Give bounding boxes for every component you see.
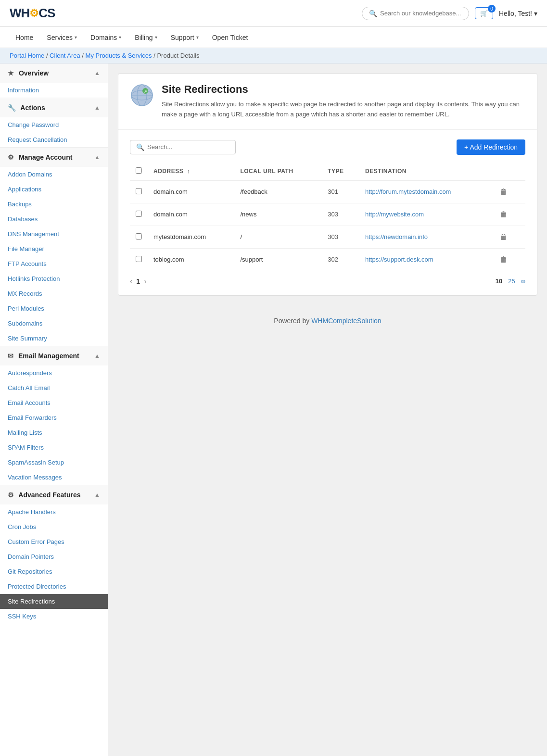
sidebar-item-protected-directories[interactable]: Protected Directories	[0, 579, 108, 594]
table-header-actions	[491, 163, 525, 180]
sidebar-item-mailing-lists[interactable]: Mailing Lists	[0, 425, 108, 440]
sidebar-item-databases[interactable]: Databases	[0, 212, 108, 227]
row-delete[interactable]: 🗑	[491, 180, 525, 203]
gear-icon: ⚙	[8, 153, 14, 161]
nav-domains[interactable]: Domains ▾	[85, 29, 127, 46]
row-checkbox[interactable]	[130, 180, 148, 203]
sidebar-item-spam-filters[interactable]: SPAM Filters	[0, 440, 108, 455]
sidebar-item-applications[interactable]: Applications	[0, 182, 108, 197]
sidebar-item-site-redirections[interactable]: Site Redirections	[0, 594, 108, 609]
sidebar-item-subdomains[interactable]: Subdomains	[0, 316, 108, 331]
sidebar-item-domain-pointers[interactable]: Domain Pointers	[0, 549, 108, 564]
sidebar-item-dns-management[interactable]: DNS Management	[0, 227, 108, 241]
delete-button[interactable]: 🗑	[497, 187, 510, 197]
sidebar-section-header-advanced-features[interactable]: ⚙ Advanced Features ▲	[0, 485, 108, 504]
sidebar-section-header-actions[interactable]: 🔧 Actions ▲	[0, 98, 108, 117]
row-delete[interactable]: 🗑	[491, 203, 525, 226]
sidebar-item-change-password[interactable]: Change Password	[0, 117, 108, 132]
user-menu[interactable]: Hello, Test! ▾	[499, 10, 537, 17]
page-title: Site Redirections	[162, 83, 525, 96]
select-all-checkbox[interactable]	[136, 167, 142, 174]
row-checkbox[interactable]	[130, 248, 148, 271]
sidebar-item-catch-all-email[interactable]: Catch All Email	[0, 380, 108, 395]
wrench-icon: 🔧	[8, 104, 16, 112]
nav-home[interactable]: Home	[10, 29, 39, 46]
sidebar-section-header-email-management[interactable]: ✉ Email Management ▲	[0, 346, 108, 365]
sidebar-item-apache-handlers[interactable]: Apache Handlers	[0, 504, 108, 519]
email-icon: ✉	[8, 352, 13, 360]
row-destination: http://mywebsite.com	[359, 203, 491, 226]
row-checkbox[interactable]	[130, 203, 148, 226]
sidebar-item-mx-records[interactable]: MX Records	[0, 286, 108, 301]
nav-services[interactable]: Services ▾	[41, 29, 83, 46]
user-greeting: Hello, Test!	[499, 10, 532, 17]
page-size-all[interactable]: ∞	[521, 277, 525, 285]
page-size-25[interactable]: 25	[508, 277, 515, 285]
sidebar-section-email-management: ✉ Email Management ▲ Autoresponders Catc…	[0, 346, 108, 485]
prev-page-button[interactable]: ‹	[130, 277, 132, 286]
chevron-up-icon: ▲	[94, 353, 100, 359]
nav-support[interactable]: Support ▾	[165, 29, 204, 46]
search-box[interactable]: 🔍	[362, 7, 469, 20]
sidebar-item-information[interactable]: Information	[0, 83, 108, 98]
sidebar-item-autoresponders[interactable]: Autoresponders	[0, 365, 108, 380]
row-select-checkbox[interactable]	[136, 211, 142, 217]
table-header-checkbox	[130, 163, 148, 180]
table-header-address[interactable]: ADDRESS ↑	[148, 163, 234, 180]
sidebar-item-file-manager[interactable]: File Manager	[0, 241, 108, 256]
row-local-url: /	[234, 226, 322, 248]
footer: Powered by WHMCompleteSolution	[118, 305, 537, 336]
page-size-10[interactable]: 10	[496, 277, 502, 285]
sidebar-item-request-cancellation[interactable]: Request Cancellation	[0, 132, 108, 147]
nav-billing[interactable]: Billing ▾	[129, 29, 163, 46]
nav-open-ticket[interactable]: Open Ticket	[206, 29, 254, 46]
cart-button[interactable]: 0 🛒	[475, 7, 493, 19]
sidebar-section-header-manage-account[interactable]: ⚙ Manage Account ▲	[0, 148, 108, 167]
table-search-box[interactable]: 🔍	[130, 140, 236, 154]
sidebar-item-spamassasin-setup[interactable]: SpamAssasin Setup	[0, 455, 108, 470]
sidebar-item-perl-modules[interactable]: Perl Modules	[0, 301, 108, 316]
sidebar-item-hotlinks-protection[interactable]: Hotlinks Protection	[0, 271, 108, 286]
whmcs-link[interactable]: WHMCompleteSolution	[311, 317, 382, 325]
logo-gear-icon: ⚙	[29, 7, 38, 20]
row-select-checkbox[interactable]	[136, 188, 142, 194]
breadcrumb-my-products[interactable]: My Products & Services	[86, 52, 152, 59]
breadcrumb-client-area[interactable]: Client Area	[50, 52, 80, 59]
row-type: 301	[322, 180, 359, 203]
sidebar-section-header-overview[interactable]: ★ Overview ▲	[0, 63, 108, 83]
row-delete[interactable]: 🗑	[491, 248, 525, 271]
sidebar-item-git-repositories[interactable]: Git Repositories	[0, 564, 108, 579]
chevron-up-icon: ▲	[94, 104, 100, 111]
sidebar-item-backups[interactable]: Backups	[0, 197, 108, 212]
add-redirection-button[interactable]: + Add Redirection	[457, 139, 525, 155]
sidebar-item-ftp-accounts[interactable]: FTP Accounts	[0, 256, 108, 271]
row-address: mytestdomain.com	[148, 226, 234, 248]
sidebar-item-email-accounts[interactable]: Email Accounts	[0, 395, 108, 410]
sidebar-item-custom-error-pages[interactable]: Custom Error Pages	[0, 534, 108, 549]
delete-button[interactable]: 🗑	[497, 232, 510, 242]
sidebar-item-addon-domains[interactable]: Addon Domains	[0, 167, 108, 182]
next-page-button[interactable]: ›	[144, 277, 146, 286]
top-right: 🔍 0 🛒 Hello, Test! ▾	[362, 7, 537, 20]
sidebar-item-ssh-keys[interactable]: SSH Keys	[0, 609, 108, 624]
page-description: Site Redirections allow you to make a sp…	[162, 100, 525, 120]
table-toolbar: 🔍 + Add Redirection	[130, 139, 525, 155]
sidebar-item-email-forwarders[interactable]: Email Forwarders	[0, 410, 108, 425]
row-select-checkbox[interactable]	[136, 256, 142, 262]
sidebar-item-cron-jobs[interactable]: Cron Jobs	[0, 519, 108, 534]
delete-button[interactable]: 🗑	[497, 209, 510, 220]
table-section: 🔍 + Add Redirection ADDRESS ↑ LOCAL URL …	[118, 130, 537, 295]
row-select-checkbox[interactable]	[136, 233, 142, 239]
delete-button[interactable]: 🗑	[497, 254, 510, 265]
table-search-input[interactable]	[147, 143, 229, 151]
sidebar-item-vacation-messages[interactable]: Vacation Messages	[0, 470, 108, 485]
row-delete[interactable]: 🗑	[491, 226, 525, 248]
main-nav: Home Services ▾ Domains ▾ Billing ▾ Supp…	[0, 27, 547, 48]
sidebar-item-site-summary[interactable]: Site Summary	[0, 331, 108, 346]
row-checkbox[interactable]	[130, 226, 148, 248]
chevron-down-icon: ▾	[155, 35, 157, 40]
chevron-down-icon: ▾	[196, 35, 199, 40]
search-input[interactable]	[380, 10, 462, 17]
breadcrumb-portal-home[interactable]: Portal Home	[10, 52, 44, 59]
table-header-type: TYPE	[322, 163, 359, 180]
